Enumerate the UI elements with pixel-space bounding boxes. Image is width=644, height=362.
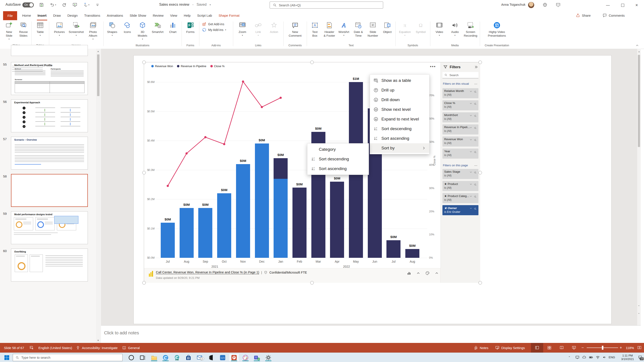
zoom-out-button[interactable]: − (582, 343, 584, 353)
filter-expand-icon[interactable] (470, 207, 472, 210)
filter-clear-icon[interactable] (474, 90, 477, 93)
taskbar-app-settings[interactable] (264, 354, 273, 361)
ribbon-button-video[interactable]: Video▾ (432, 21, 446, 38)
collapse-ribbon-icon[interactable] (635, 43, 639, 47)
tray-battery-icon[interactable] (589, 355, 593, 359)
filter-card-close-[interactable]: Close %is (All) (442, 100, 478, 110)
bar-revenue-won[interactable] (161, 223, 175, 258)
ribbon-button-object[interactable]: Object (380, 21, 394, 38)
zoom-slider-thumb[interactable] (602, 346, 604, 350)
filter-expand-icon[interactable] (470, 195, 472, 198)
slide-number-status[interactable]: Slide 58 of 67 (4, 343, 24, 353)
tab-home[interactable]: Home (19, 10, 34, 20)
ribbon-button-slide-number[interactable]: #Slide Number (366, 21, 380, 38)
bar-revenue-won[interactable] (236, 164, 250, 258)
ribbon-button-zoom[interactable]: Zoom▾ (236, 21, 250, 36)
notes-pane[interactable]: Click to add notes (101, 325, 641, 343)
format-visual-icon[interactable] (425, 271, 430, 275)
taskbar-app-edge[interactable] (161, 354, 170, 361)
ribbon-button-reuse-slides[interactable]: Reuse Slides (16, 21, 30, 40)
filter-expand-icon[interactable] (470, 102, 472, 105)
view-reading-button[interactable] (556, 343, 568, 353)
bar-revenue-in-pipeline[interactable] (274, 158, 288, 179)
filter-expand-icon[interactable] (470, 183, 472, 186)
menu-item-drill-up[interactable]: Drill up (370, 85, 429, 95)
legend-item-close-[interactable]: Close % (210, 64, 224, 68)
ribbon-button-new-slide[interactable]: New Slide▾ (2, 21, 16, 40)
expand-2-icon[interactable] (434, 271, 439, 275)
taskbar-app-vs-code[interactable]: </> (218, 354, 228, 361)
close-button[interactable]: × (629, 0, 644, 10)
submenu-item-sort-ascending[interactable]: ZASort ascending (308, 164, 369, 174)
previous-slide-button[interactable]: ⌃ (638, 305, 640, 308)
menu-item-show-as-a-table[interactable]: Show as a table (370, 76, 429, 85)
partial-thumbnail[interactable] (11, 45, 88, 56)
filter-expand-icon[interactable] (470, 171, 472, 174)
filter-section-more-icon[interactable] (474, 164, 478, 167)
tray-cloud-icon[interactable] (582, 355, 586, 359)
tray-expand-icon[interactable]: ⌃ (568, 356, 570, 359)
submenu-item-category[interactable]: Category (308, 145, 369, 154)
view-normal-button[interactable] (531, 343, 543, 353)
taskbar-app-edge-beta[interactable]: BETA (172, 354, 182, 361)
ribbon-button-pictures[interactable]: Pictures▾ (52, 21, 66, 40)
tab-review[interactable]: Review (150, 10, 167, 20)
taskbar-app-file-explorer[interactable] (149, 354, 159, 361)
ribbon-button-new-comment[interactable]: @New Comment (288, 21, 302, 38)
ribbon-button-audio[interactable]: Audio▾ (448, 21, 462, 38)
bar-revenue-won[interactable] (217, 193, 231, 258)
avatar[interactable] (528, 2, 534, 8)
ribbon-button-header-footer[interactable]: Header & Footer (322, 21, 336, 38)
tab-help[interactable]: Help (180, 10, 194, 20)
menu-item-sort-descending[interactable]: ZASort descending (370, 124, 429, 134)
ribbon-button-shapes[interactable]: Shapes▾ (105, 21, 119, 40)
submenu-item-sort-descending[interactable]: ZASort descending (308, 154, 369, 164)
bar-revenue-won[interactable] (274, 179, 288, 258)
bar-revenue-won[interactable] (255, 143, 269, 258)
bar-revenue-in-pipeline[interactable] (405, 249, 420, 258)
scroll-down-icon[interactable]: ▼ (97, 339, 99, 342)
legend-item-revenue-won[interactable]: Revenue Won (151, 64, 173, 68)
notes-toggle[interactable]: Notes (474, 343, 488, 353)
scroll-up-icon[interactable]: ▲ (97, 50, 99, 52)
collapse-filters-icon[interactable] (474, 65, 478, 69)
save-button[interactable] (39, 2, 44, 7)
zoom-in-button[interactable]: + (620, 343, 622, 353)
ribbon-button-date-time[interactable]: Date & Time (351, 21, 365, 38)
slide-thumbnail-56[interactable]: Experimental Approach12345 (11, 99, 88, 132)
action-center-button[interactable]: 19 (638, 355, 642, 361)
filter-card-sales-stage[interactable]: Sales Stageis (All) (442, 169, 478, 179)
slide-thumbnail-55[interactable]: Method and Participant ProfileMethodPart… (11, 62, 88, 95)
filter-card-relative-month[interactable]: Relative Monthis (All) (442, 88, 478, 98)
ribbon-button-screen-recording[interactable]: Screen Recording (464, 21, 478, 38)
menu-item-sort-ascending[interactable]: ZASort ascending (370, 134, 429, 143)
filter-clear-icon[interactable] (474, 126, 477, 129)
ribbon-button-wordart[interactable]: AWordArt▾ (337, 21, 351, 38)
share-button[interactable]: Share (576, 10, 591, 20)
filters-search-input[interactable]: Search (442, 72, 478, 78)
tab-slide-show[interactable]: Slide Show (126, 10, 150, 20)
filter-card-owner[interactable]: ★ Owneris Eric Gruber (442, 205, 478, 215)
undo-button[interactable]: ▾ (50, 2, 56, 7)
filter-clear-icon[interactable] (474, 150, 477, 153)
ribbon-button-icons[interactable]: Icons (120, 21, 134, 40)
filter-card-product[interactable]: ★ Productis (All) (442, 181, 478, 191)
slide-thumbnail-57[interactable]: Scenario – Overview (11, 137, 88, 170)
bar-revenue-won[interactable] (198, 208, 212, 258)
tab-file[interactable]: File (3, 11, 17, 20)
fit-slide-button[interactable] (637, 343, 642, 353)
bar-revenue-won[interactable] (180, 208, 194, 258)
scrollbar-thumb[interactable] (97, 54, 100, 96)
tab-design[interactable]: Design (64, 10, 81, 20)
filter-expand-icon[interactable] (470, 90, 472, 93)
selection-handle[interactable] (478, 60, 482, 64)
slide-thumbnail-58[interactable] (11, 174, 88, 207)
filter-card-revenue-won[interactable]: Revenue Wonis (All) (442, 136, 478, 147)
menu-item-drill-down[interactable]: Drill down (370, 95, 429, 105)
tab-script-lab[interactable]: Script Lab (194, 10, 216, 20)
ribbon-button-chart[interactable]: Chart (166, 21, 180, 40)
globe-icon[interactable] (542, 2, 548, 7)
filter-expand-icon[interactable] (470, 126, 472, 129)
taskbar-app-task-view[interactable] (138, 354, 148, 361)
macro-status[interactable]: General (122, 343, 140, 353)
